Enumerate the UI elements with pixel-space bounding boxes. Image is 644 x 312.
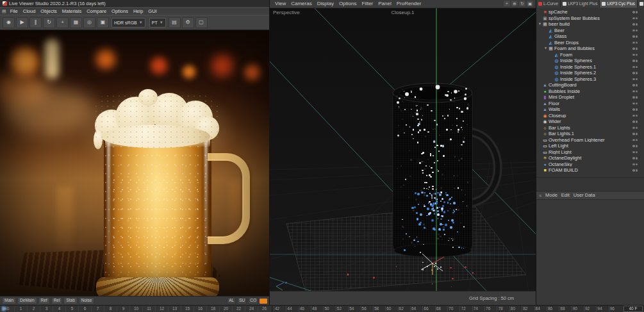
- tree-item-foam-and-bubbles[interactable]: ▼▦Foam and Bubbles✓: [536, 45, 644, 52]
- rotate-view-icon[interactable]: ↻: [519, 1, 525, 6]
- tree-item-mini-droplet[interactable]: ▮Mini Droplet✓: [536, 94, 644, 101]
- tree-item-cuttingboard[interactable]: ▲CuttingBoard✓: [536, 82, 644, 88]
- timeline-frame-96[interactable]: 96: [609, 306, 621, 311]
- timeline-frame-80[interactable]: 80: [509, 306, 522, 311]
- lv-menu-options[interactable]: Options: [109, 9, 131, 14]
- editor-visibility-dot[interactable]: [632, 29, 635, 32]
- timeline-frame-44[interactable]: 44: [286, 306, 298, 311]
- pan-view-icon[interactable]: +: [504, 1, 510, 6]
- lv-frame-24[interactable]: 24: [245, 306, 258, 311]
- tree-item-beer-drops[interactable]: ◭Beer Drops✓: [536, 40, 644, 46]
- visibility-dots[interactable]: [632, 11, 640, 13]
- zoom-view-icon[interactable]: ⊕: [511, 1, 518, 6]
- image-icon[interactable]: ▣: [97, 17, 109, 28]
- animation-timeline-ruler[interactable]: 4244464850525456586062646668707274767880…: [272, 306, 622, 312]
- render-visibility-dot[interactable]: [636, 29, 638, 32]
- visibility-dots[interactable]: [632, 42, 640, 44]
- tree-item-bar-lights[interactable]: ☼Bar Lights: [536, 125, 644, 131]
- visibility-dots[interactable]: [632, 72, 640, 74]
- visibility-dots[interactable]: [632, 139, 640, 142]
- render-visibility-dot[interactable]: [636, 78, 638, 81]
- editor-visibility-dot[interactable]: [632, 23, 635, 26]
- refresh-icon[interactable]: ↻: [43, 17, 55, 28]
- picker-icon[interactable]: +: [56, 17, 69, 28]
- tree-item-inside-spheres-3[interactable]: ◍Inside Spheres.3✓: [536, 76, 644, 83]
- play-icon[interactable]: ▶: [16, 17, 28, 28]
- tree-item-beer-build[interactable]: ▼▦beer build✓: [536, 21, 644, 28]
- lv-frame-7[interactable]: 7: [91, 306, 104, 311]
- visibility-dots[interactable]: [632, 145, 640, 147]
- visibility-dots[interactable]: [632, 103, 640, 105]
- editor-visibility-dot[interactable]: [632, 66, 635, 69]
- visibility-dots[interactable]: [632, 115, 640, 117]
- timeline-frame-48[interactable]: 48: [311, 306, 323, 311]
- editor-visibility-dot[interactable]: [632, 54, 635, 56]
- pass-button-main[interactable]: Main: [2, 297, 16, 304]
- visibility-dots[interactable]: [632, 120, 640, 123]
- tree-item-overhead-foam-lightener[interactable]: ▭Overhead Foam Lightener: [536, 137, 644, 144]
- render-visibility-dot[interactable]: [636, 17, 638, 20]
- lv-menu-help[interactable]: Help: [131, 9, 145, 14]
- menu-burger-icon[interactable]: ▤: [2, 9, 6, 13]
- render-visibility-dot[interactable]: [636, 11, 638, 13]
- pass-button-demain[interactable]: DeMain: [17, 297, 37, 304]
- current-frame-field[interactable]: 40 F: [623, 306, 643, 312]
- visibility-dots[interactable]: [632, 78, 640, 81]
- editor-visibility-dot[interactable]: [632, 120, 635, 123]
- visibility-dots[interactable]: [632, 169, 640, 172]
- om-tab-light-kit-bro[interactable]: Light Kit Bro: [638, 0, 644, 8]
- timeline-frame-76[interactable]: 76: [484, 306, 497, 311]
- vp-menu-filter[interactable]: Filter: [359, 1, 376, 6]
- editor-visibility-dot[interactable]: [632, 108, 635, 111]
- visibility-dots[interactable]: [632, 96, 640, 99]
- render-visibility-dot[interactable]: [636, 60, 638, 62]
- visibility-dots[interactable]: [632, 84, 640, 86]
- om-tab-lkp3-cyc-plus[interactable]: LKP3 Cyc Plus: [600, 0, 637, 8]
- lv-menu-gui[interactable]: GUI: [145, 9, 159, 14]
- toggle-al[interactable]: AL: [227, 297, 236, 304]
- vp-menu-display[interactable]: Display: [315, 1, 336, 6]
- viewport-canvas[interactable]: Perspective Closeup.1: [270, 8, 536, 291]
- lv-frame-18[interactable]: 18: [206, 306, 219, 311]
- timeline-frame-90[interactable]: 90: [572, 306, 584, 311]
- editor-visibility-dot[interactable]: [632, 90, 635, 93]
- editor-visibility-dot[interactable]: [632, 133, 635, 135]
- region-icon[interactable]: ▦: [70, 17, 82, 28]
- lv-frame-14[interactable]: 14: [1, 306, 5, 311]
- vp-menu-cameras[interactable]: Cameras: [288, 1, 314, 6]
- timeline-frame-78[interactable]: 78: [497, 306, 509, 311]
- om-tab-l-curve[interactable]: L-Curve: [536, 0, 561, 8]
- render-visibility-dot[interactable]: [636, 120, 638, 123]
- kernel-dropdown[interactable]: PT ▼: [149, 18, 166, 28]
- timeline-frame-54[interactable]: 54: [348, 306, 360, 311]
- toggle-view-icon[interactable]: ▣: [527, 1, 533, 6]
- lv-menu-compare[interactable]: Compare: [84, 9, 109, 14]
- settings-icon[interactable]: ⚙: [182, 17, 194, 28]
- timeline-frame-46[interactable]: 46: [299, 306, 311, 311]
- editor-visibility-dot[interactable]: [632, 157, 635, 160]
- power-icon[interactable]: ◉: [3, 17, 15, 28]
- lv-frame-9[interactable]: 9: [117, 306, 129, 311]
- lv-frame-11[interactable]: 11: [142, 306, 155, 311]
- editor-visibility-dot[interactable]: [632, 60, 635, 62]
- lv-menu-file[interactable]: File: [8, 9, 21, 14]
- render-visibility-dot[interactable]: [636, 66, 638, 69]
- timeline-frame-92[interactable]: 92: [584, 306, 596, 311]
- lv-frame-22[interactable]: 22: [232, 306, 245, 311]
- toggle-co[interactable]: CO: [248, 297, 258, 304]
- lv-frame-20[interactable]: 20: [219, 306, 232, 311]
- editor-visibility-dot[interactable]: [632, 115, 635, 117]
- attr-tab-user-data[interactable]: User Data: [574, 193, 595, 198]
- expand-icon[interactable]: ▢: [195, 17, 208, 28]
- editor-visibility-dot[interactable]: [632, 47, 635, 50]
- pass-button-noise[interactable]: Noise: [79, 297, 95, 304]
- editor-visibility-dot[interactable]: [632, 127, 635, 129]
- tree-item-glass[interactable]: ◭Glass✓: [536, 33, 644, 40]
- visibility-dots[interactable]: [632, 157, 640, 160]
- lv-frame-26[interactable]: 26: [258, 306, 270, 311]
- expand-arrow-icon[interactable]: ▼: [538, 22, 542, 26]
- menu-burger-icon[interactable]: ≡: [539, 193, 541, 198]
- render-visibility-dot[interactable]: [636, 157, 638, 160]
- camera-icon[interactable]: ◎: [83, 17, 95, 28]
- render-visibility-dot[interactable]: [636, 108, 638, 111]
